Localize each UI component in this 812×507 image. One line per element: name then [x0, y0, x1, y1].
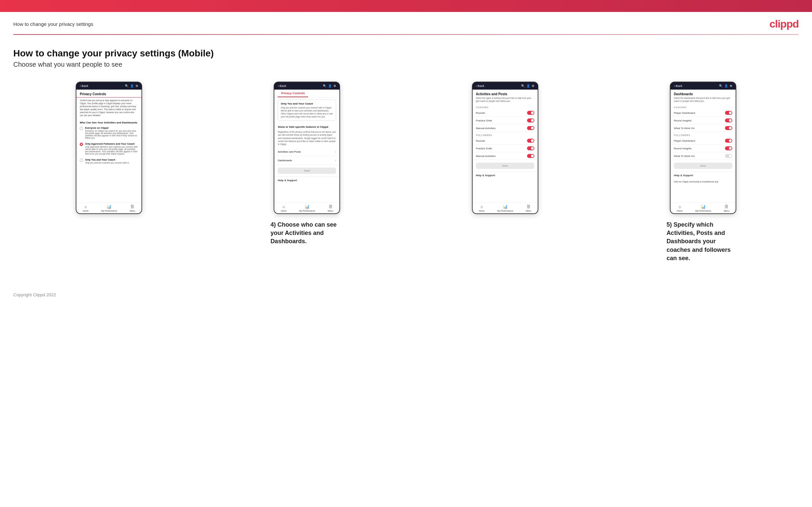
nav-performance-1[interactable]: 📊 My Performance [101, 205, 117, 212]
coaches-player-dash-label: Player Dashboard [674, 111, 695, 114]
coaches-what-to-work-toggle[interactable]: What To Work On [670, 124, 735, 132]
nav-home-3[interactable]: ⌂ Home [479, 205, 485, 212]
coaches-what-to-work-switch[interactable] [725, 126, 732, 130]
profile-icon-2[interactable]: 👤 [328, 84, 332, 88]
topbar-icons-2: 🔍 👤 ⚙ [323, 84, 336, 88]
followers-rounds-switch[interactable] [527, 139, 535, 143]
footer: Copyright Clippd 2022 [0, 286, 812, 304]
nav-home-2[interactable]: ⌂ Home [281, 205, 286, 212]
nav-perf-label-4: My Performance [696, 210, 711, 212]
activities-and-posts-desc: Select the types of activity that you'd … [472, 97, 538, 104]
home-icon-3: ⌂ [480, 205, 483, 209]
back-btn-3[interactable]: ‹ Back [476, 84, 485, 88]
activities-arrow: › [335, 150, 336, 154]
coaches-drills-switch[interactable] [527, 118, 535, 122]
popup-text: Only you and the coaches you connect wit… [281, 106, 333, 118]
settings-icon-4[interactable]: ⚙ [730, 84, 732, 88]
privacy-controls-tab[interactable]: Privacy Controls [277, 90, 308, 97]
followers-header-4: FOLLOWERS [670, 132, 735, 137]
who-can-see-subtitle: Who Can See Your Activities and Dashboar… [77, 119, 142, 125]
save-btn-3[interactable]: Save [476, 163, 535, 169]
caption-2: 4) Choose who can see your Activities an… [270, 221, 343, 246]
bottom-nav-4: ⌂ Home 📊 My Performance ☰ Menu [670, 203, 735, 213]
menu-activities[interactable]: Activities and Posts › [274, 148, 340, 156]
logo: clippd [769, 18, 799, 30]
radio-label-approved: Only Approved Followers and Your Coach [85, 143, 138, 145]
coaches-round-insights-label: Round Insights [674, 119, 692, 122]
nav-home-1[interactable]: ⌂ Home [83, 205, 88, 212]
radio-option-coach-text: Only You and Your Coach Only you and the… [85, 158, 129, 164]
nav-menu-1[interactable]: ☰ Menu [130, 205, 135, 212]
tab-bar-2: Privacy Controls [274, 90, 340, 98]
search-icon-2[interactable]: 🔍 [323, 84, 326, 88]
nav-performance-4[interactable]: 📊 My Performance [696, 205, 711, 212]
dashboards-title: Dashboards [670, 90, 735, 97]
coaches-player-dash-toggle[interactable]: Player Dashboard [670, 109, 735, 117]
coaches-round-insights-toggle[interactable]: Round Insights [670, 117, 735, 124]
settings-icon-1[interactable]: ⚙ [136, 84, 138, 88]
radio-only-coach[interactable]: Only You and Your Coach Only you and the… [77, 157, 142, 166]
coaches-player-dash-switch[interactable] [725, 111, 732, 115]
followers-rounds-toggle[interactable]: Rounds [472, 137, 538, 145]
followers-manual-switch[interactable] [527, 154, 535, 158]
followers-rounds-label: Rounds [476, 139, 485, 143]
phone-screen-4: Dashboards Select the dashboards that yo… [670, 90, 735, 203]
nav-home-4[interactable]: ⌂ Home [677, 205, 682, 212]
followers-round-insights-switch[interactable] [725, 146, 732, 150]
followers-manual-toggle[interactable]: Manual Activities [472, 152, 538, 160]
coaches-rounds-switch[interactable] [527, 111, 535, 115]
nav-performance-3[interactable]: 📊 My Performance [497, 205, 513, 212]
back-btn-1[interactable]: ‹ Back [80, 84, 88, 88]
profile-icon-4[interactable]: 👤 [724, 84, 728, 88]
profile-icon-1[interactable]: 👤 [130, 84, 134, 88]
settings-icon-3[interactable]: ⚙ [532, 84, 535, 88]
performance-icon-4: 📊 [701, 205, 706, 209]
followers-round-insights-toggle[interactable]: Round Insights [670, 145, 735, 152]
settings-icon-2[interactable]: ⚙ [334, 84, 336, 88]
save-btn-2[interactable]: Save [277, 168, 336, 174]
save-btn-4[interactable]: Save [674, 163, 732, 169]
privacy-controls-body: Control how you and your data appears to… [77, 98, 142, 119]
coaches-manual-switch[interactable] [527, 126, 535, 130]
coaches-drills-toggle[interactable]: Practice Drills [472, 117, 538, 124]
nav-menu-2[interactable]: ☰ Menu [328, 205, 333, 212]
radio-everyone[interactable]: Everyone on Clippd Everyone on Clippd ca… [77, 125, 142, 141]
followers-player-dash-switch[interactable] [725, 139, 732, 143]
back-btn-2[interactable]: ‹ Back [277, 84, 286, 88]
popup-box: Only You and Your Coach Only you and the… [277, 100, 336, 121]
followers-player-dash-toggle[interactable]: Player Dashboard [670, 137, 735, 145]
coaches-round-insights-switch[interactable] [725, 118, 732, 122]
followers-manual-label: Manual Activities [476, 155, 496, 158]
followers-what-to-work-label: What To Work On [674, 155, 695, 158]
phone-mockup-3: ‹ Back 🔍 👤 ⚙ Activities and Posts Select… [472, 81, 538, 214]
coaches-rounds-toggle[interactable]: Rounds [472, 109, 538, 117]
phone-topbar-2: ‹ Back 🔍 👤 ⚙ [274, 82, 340, 90]
profile-icon-3[interactable]: 👤 [526, 84, 530, 88]
nav-menu-4[interactable]: ☰ Menu [724, 205, 729, 212]
main-content: How to change your privacy settings (Mob… [0, 35, 812, 272]
coaches-manual-toggle[interactable]: Manual Activities [472, 124, 538, 132]
header: How to change your privacy settings clip… [0, 12, 812, 34]
performance-icon-3: 📊 [503, 205, 508, 209]
search-icon-4[interactable]: 🔍 [719, 84, 723, 88]
phone-screen-2: Privacy Controls Only You and Your Coach… [274, 90, 340, 203]
phone-mockup-4: ‹ Back 🔍 👤 ⚙ Dashboards Select the dashb… [670, 81, 736, 214]
followers-drills-toggle[interactable]: Practice Drills [472, 145, 538, 152]
menu-dashboards[interactable]: Dashboards › [274, 156, 340, 165]
followers-what-to-work-toggle[interactable]: What To Work On [670, 152, 735, 160]
bottom-nav-3: ⌂ Home 📊 My Performance ☰ Menu [472, 203, 538, 213]
radio-approved[interactable]: Only Approved Followers and Your Coach O… [77, 141, 142, 157]
home-icon-4: ⌂ [678, 205, 681, 209]
home-icon-1: ⌂ [84, 205, 87, 209]
followers-what-to-work-switch[interactable] [725, 154, 732, 158]
nav-menu-3[interactable]: ☰ Menu [526, 205, 531, 212]
search-icon-1[interactable]: 🔍 [125, 84, 129, 88]
followers-drills-switch[interactable] [527, 146, 535, 150]
back-btn-4[interactable]: ‹ Back [674, 84, 682, 88]
activities-and-posts-title: Activities and Posts [472, 90, 538, 97]
search-icon-3[interactable]: 🔍 [521, 84, 525, 88]
coaches-rounds-label: Rounds [476, 111, 485, 114]
menu-activities-label: Activities and Posts [277, 150, 301, 153]
privacy-controls-title: Privacy Controls [77, 90, 142, 98]
nav-performance-2[interactable]: 📊 My Performance [299, 205, 315, 212]
